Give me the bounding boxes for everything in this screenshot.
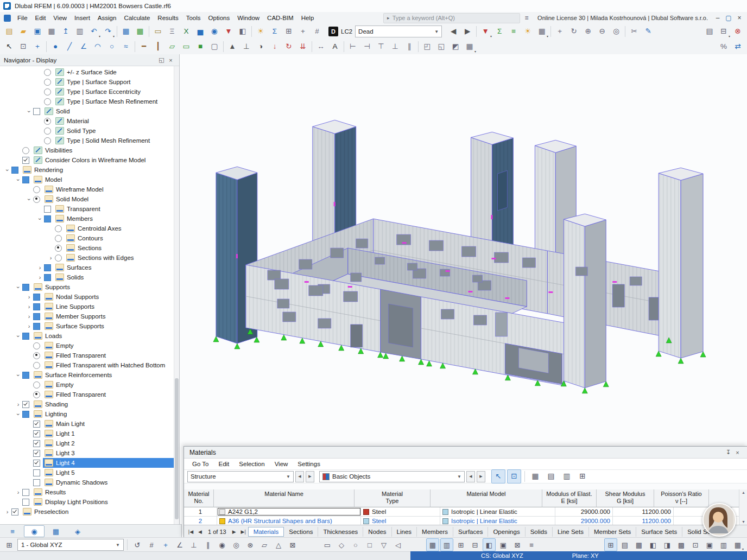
radio-type-solid-mesh-refinement[interactable] bbox=[44, 137, 51, 144]
save-icon[interactable]: ▣ bbox=[30, 24, 45, 39]
cell-material-model[interactable]: Isotropic | Linear Elastic bbox=[440, 507, 555, 516]
grid-lines-icon[interactable]: ▦ bbox=[426, 538, 439, 551]
zoom-out-icon[interactable]: ⊖ bbox=[595, 24, 609, 39]
layers-icon[interactable]: ▦▾ bbox=[463, 40, 477, 54]
menu-cad-bim[interactable]: CAD-BIM bbox=[263, 14, 297, 22]
cartesian-icon[interactable]: ▤ bbox=[618, 538, 631, 551]
open-model-icon[interactable]: ▰ bbox=[16, 24, 30, 39]
column-icon[interactable]: ┃ bbox=[151, 40, 165, 54]
grid-toggle-icon[interactable]: ⊞ bbox=[3, 538, 16, 551]
checkbox-line-supports[interactable] bbox=[33, 303, 40, 310]
axes-icon[interactable]: + bbox=[296, 24, 310, 39]
checkbox-nodal-supports[interactable] bbox=[33, 294, 40, 301]
pager-first-button[interactable]: |◀ bbox=[186, 528, 195, 536]
table-tab-members[interactable]: Members bbox=[417, 527, 453, 537]
align-left-icon[interactable]: ⊢ bbox=[346, 40, 360, 54]
view-3d-icon[interactable]: ◩ bbox=[448, 40, 463, 54]
tree-item-members[interactable]: ›Members bbox=[0, 214, 179, 224]
checkbox-main-light[interactable] bbox=[33, 421, 40, 428]
tree-item-body[interactable]: Surface Reinforcements bbox=[32, 370, 179, 380]
close-materials-icon[interactable]: × bbox=[733, 449, 742, 456]
tree-item-body[interactable]: +/- z Surface Side bbox=[54, 67, 179, 77]
tree-item-solid-model[interactable]: ›Solid Model bbox=[0, 194, 179, 204]
grid-dots-icon[interactable]: ▥ bbox=[440, 538, 453, 551]
pin-panel-icon[interactable]: ↧ bbox=[724, 449, 733, 456]
tree-item-solid[interactable]: ›Solid bbox=[0, 106, 179, 116]
zoom-fit-icon[interactable]: ◎ bbox=[609, 24, 623, 39]
tree-item-body[interactable]: Filled Transparent bbox=[43, 390, 179, 399]
full-grid-icon[interactable]: ▩ bbox=[675, 538, 688, 551]
checkbox-preselection[interactable] bbox=[11, 508, 18, 516]
plane-lock-icon[interactable]: ▣ bbox=[497, 538, 510, 551]
diamond-icon[interactable]: ◇ bbox=[335, 538, 348, 551]
tree-item-body[interactable]: Supports bbox=[32, 282, 179, 292]
menu-insert[interactable]: Insert bbox=[71, 14, 94, 22]
opening-icon[interactable]: ▢ bbox=[207, 40, 221, 54]
prev-loadcase-icon[interactable]: ◀ bbox=[446, 24, 460, 39]
tree-item-type-surface-support[interactable]: Type | Surface Support bbox=[0, 77, 179, 87]
tree-item-body[interactable]: Contours bbox=[65, 233, 179, 243]
tree-item-filled-transparent[interactable]: Filled Transparent bbox=[0, 390, 179, 399]
tree-item-body[interactable]: Visibilities bbox=[32, 145, 179, 155]
tree-item-body[interactable]: Empty bbox=[43, 341, 179, 351]
sync-selection-icon[interactable]: ↖ bbox=[491, 469, 505, 483]
tree-item-body[interactable]: Type | Solid Mesh Refinement bbox=[54, 136, 179, 145]
new-table-icon[interactable]: ▦ bbox=[133, 24, 147, 39]
plane-clear-icon[interactable]: ⊠ bbox=[511, 538, 524, 551]
menu-edit[interactable]: Edit bbox=[31, 14, 50, 22]
radio-filled-transparent-with-hatched-bottom[interactable] bbox=[33, 362, 40, 369]
menu-results[interactable]: Results bbox=[154, 14, 182, 22]
table-row-material-1[interactable]: 1A242 G1,2SteelIsotropic | Linear Elasti… bbox=[184, 507, 747, 517]
expand-arrow-icon[interactable]: › bbox=[3, 509, 11, 515]
expand-arrow-icon[interactable]: › bbox=[25, 109, 33, 114]
search-options-icon[interactable]: ≡ bbox=[522, 14, 531, 22]
column-header-material-no[interactable]: MaterialNo. bbox=[184, 489, 214, 507]
tree-item-body[interactable]: Dynamic Shadows bbox=[43, 478, 179, 487]
table-tab-sections[interactable]: Sections bbox=[284, 527, 318, 537]
radio-sections[interactable] bbox=[55, 245, 62, 252]
tree-item-filled-transparent[interactable]: Filled Transparent bbox=[0, 351, 179, 360]
clipping-icon[interactable]: ✂ bbox=[627, 24, 641, 39]
circle-icon[interactable]: ○ bbox=[105, 40, 119, 54]
percent-icon[interactable]: % bbox=[717, 40, 731, 54]
tree-item-member-supports[interactable]: ›Member Supports bbox=[0, 311, 179, 321]
tree-item-line-supports[interactable]: ›Line Supports bbox=[0, 302, 179, 311]
checkbox-members[interactable] bbox=[44, 215, 51, 222]
tree-item-body[interactable]: Display Light Positions bbox=[32, 497, 179, 507]
column-header-poisson-s-ratio[interactable]: Poisson's Ratioν [--] bbox=[654, 489, 709, 507]
arrow-guide-icon[interactable]: ◁ bbox=[391, 538, 404, 551]
tree-item-body[interactable]: Surface Supports bbox=[43, 321, 179, 331]
checkbox-model[interactable] bbox=[22, 176, 29, 183]
tree-item-body[interactable]: Solids bbox=[54, 272, 179, 282]
tree-item-solid-type[interactable]: Solid Type bbox=[0, 126, 179, 136]
table-filter-icon[interactable]: ⊞ bbox=[575, 469, 590, 483]
sync-icon[interactable]: ⇄ bbox=[731, 40, 745, 54]
plate-icon[interactable]: ▭ bbox=[179, 40, 193, 54]
numbering-icon[interactable]: # bbox=[310, 24, 324, 39]
tree-item-body[interactable]: Wireframe Model bbox=[43, 184, 179, 194]
tables-icon[interactable]: ▦ bbox=[119, 24, 133, 39]
tree-item-model[interactable]: ›Model bbox=[0, 175, 179, 184]
polar-icon[interactable]: ▦ bbox=[632, 538, 645, 551]
lamp-icon[interactable]: ☀ bbox=[521, 24, 535, 39]
tree-item-body[interactable]: Solid bbox=[43, 106, 179, 116]
checkbox-light-5[interactable] bbox=[33, 469, 40, 476]
circle-guide-icon[interactable]: ○ bbox=[349, 538, 362, 551]
print-graphic-icon[interactable]: ▤ bbox=[702, 24, 717, 39]
tree-item-light-5[interactable]: Light 5 bbox=[0, 468, 179, 478]
cell-material-name[interactable]: A242 G1,2 bbox=[217, 507, 361, 516]
load-case-select[interactable]: Dead ▼ bbox=[355, 26, 442, 37]
tree-item-contours[interactable]: Contours bbox=[0, 233, 179, 243]
line-support-icon[interactable]: ⊥ bbox=[239, 40, 254, 54]
materials-menu-go-to[interactable]: Go To bbox=[187, 460, 213, 468]
snap-intersection-icon[interactable]: ⊗ bbox=[244, 538, 257, 551]
sum-icon[interactable]: Σ bbox=[268, 24, 282, 39]
snap-cone-icon[interactable]: △ bbox=[272, 538, 285, 551]
column-header-material-name[interactable]: Material Name bbox=[214, 489, 354, 507]
tree-item-body[interactable]: Shading bbox=[32, 399, 179, 409]
menu-view[interactable]: View bbox=[49, 14, 71, 22]
tree-item-body[interactable]: Sections with Edges bbox=[65, 253, 179, 263]
ortho-icon[interactable]: ⊞ bbox=[604, 538, 617, 551]
tree-item-preselection[interactable]: ›Preselection bbox=[0, 507, 179, 517]
radio-type-surface-support[interactable] bbox=[44, 79, 51, 86]
